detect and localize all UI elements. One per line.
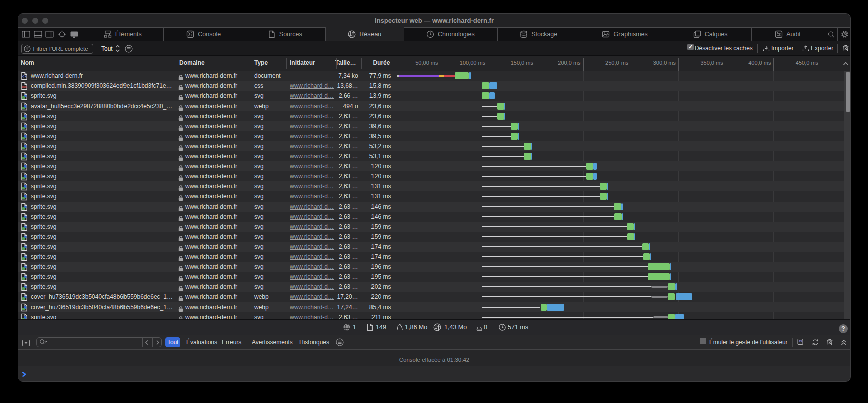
svg-text:JS: JS xyxy=(798,340,802,343)
svg-text:css: css xyxy=(22,85,27,88)
